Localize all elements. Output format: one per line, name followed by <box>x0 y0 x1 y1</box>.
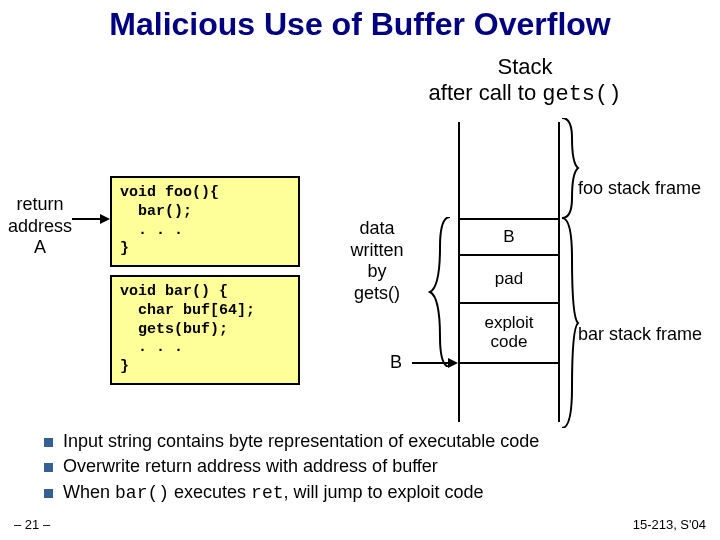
subtitle-pre: after call to <box>429 80 543 105</box>
b3-code2: ret <box>251 483 283 503</box>
pointer-B-label: B <box>390 352 402 373</box>
subtitle-line1: Stack <box>360 54 690 80</box>
bullet-icon <box>44 489 53 498</box>
bullet-2-text: Overwrite return address with address of… <box>63 455 438 478</box>
slide-title: Malicious Use of Buffer Overflow <box>0 0 720 43</box>
code-foo: void foo(){ bar(); . . . } <box>110 176 300 267</box>
subtitle-line2: after call to gets() <box>360 80 690 108</box>
data-written-brace-icon <box>426 217 456 367</box>
course-id: 15-213, S'04 <box>633 517 706 532</box>
b3-code1: bar() <box>115 483 169 503</box>
b3-pre: When <box>63 482 115 502</box>
stack-subtitle: Stack after call to gets() <box>360 54 690 109</box>
code-bar: void bar() { char buf[64]; gets(buf); . … <box>110 275 300 385</box>
foo-frame-label: foo stack frame <box>578 178 701 199</box>
stack-seg-lower <box>460 364 558 422</box>
bullet-icon <box>44 438 53 447</box>
bullet-3: When bar() executes ret, will jump to ex… <box>44 481 694 505</box>
bar-brace-icon <box>560 218 580 428</box>
return-address-arrow <box>72 218 108 220</box>
stack-seg-B: B <box>460 218 558 256</box>
bullet-1: Input string contains byte representatio… <box>44 430 694 453</box>
return-address-label: return address A <box>8 194 72 259</box>
bullet-1-text: Input string contains byte representatio… <box>63 430 539 453</box>
bullet-3-text: When bar() executes ret, will jump to ex… <box>63 481 484 505</box>
bullet-2: Overwrite return address with address of… <box>44 455 694 478</box>
stack-diagram: B pad exploit code <box>458 122 560 422</box>
stack-seg-pad: pad <box>460 256 558 304</box>
bar-frame-label: bar stack frame <box>578 324 702 345</box>
subtitle-code: gets() <box>542 82 621 107</box>
data-written-label: data written by gets() <box>332 218 422 304</box>
b3-mid: executes <box>169 482 251 502</box>
pointer-B-arrow <box>412 362 456 364</box>
page-number: – 21 – <box>14 517 50 532</box>
stack-seg-exploit: exploit code <box>460 304 558 364</box>
stack-seg-upper <box>460 122 558 218</box>
bullet-icon <box>44 463 53 472</box>
bullet-list: Input string contains byte representatio… <box>44 430 694 507</box>
foo-brace-icon <box>560 118 580 218</box>
b3-post: , will jump to exploit code <box>284 482 484 502</box>
